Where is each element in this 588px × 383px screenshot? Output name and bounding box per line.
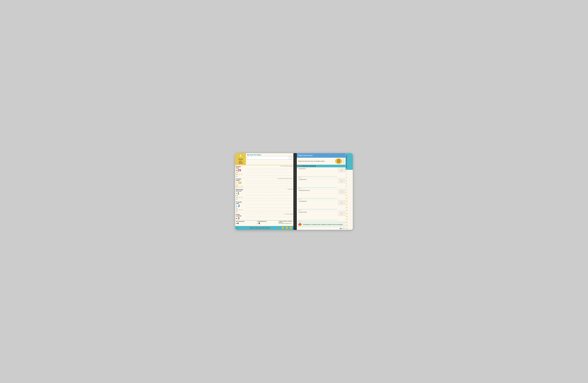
goal-input-line[interactable] (247, 156, 292, 160)
word-row-19: 19. (346, 224, 353, 227)
word-num-8: 8. (346, 192, 349, 193)
day-name-en-wednesday: Wednesday (236, 189, 245, 190)
day-icons-wednesday: ☀️ 🌧️ ⛅ 🌬️ (236, 196, 245, 200)
word-num-9: 9. (346, 195, 349, 196)
indigenous-footer: 🍁 Storytelling is a traditional way Indi… (297, 222, 345, 227)
comment-content-wednesday[interactable]: Wednesday/mercredi Signature (297, 189, 338, 200)
word-num-13: 13. (346, 206, 349, 208)
teacher-note-wednesday: YourTeacherNote (338, 190, 345, 194)
saturday-label: Saturday/samedi (236, 221, 256, 222)
day-lines-tuesday[interactable]: First Martyrs of the Church of Rome (246, 178, 294, 188)
days-container: Monday lundi ■ 29 June ☀️ 🌧️ ⛅ 🌬️ Sts. P… (235, 165, 294, 220)
day-row-tuesday: Tuesday mardi ★ 30 June ☀️ 🌧️ 🌬️ First M… (235, 178, 294, 188)
line (246, 169, 293, 169)
spiral-ring (294, 189, 296, 191)
day-event-wednesday: Canada Day (288, 189, 293, 190)
comment-content-thursday[interactable]: Thursday/jeudi Signature (297, 200, 338, 211)
signature-tuesday: Signature (298, 187, 337, 189)
word-row-18: 18. (346, 221, 353, 224)
day-number-wrap-wednesday: ● 1 (236, 192, 245, 195)
answer-text: Answer: True (343, 158, 344, 164)
day-icons-thursday: ☀️ 🌧️ ⛅ 🌬️ (236, 209, 245, 213)
gospel-label: SUNDAY GOSPEL: MATTHEW 11:25-30 (279, 221, 293, 223)
sunday-number: 5 (259, 222, 260, 225)
sunday-gospel-col: SUNDAY GOSPEL: MATTHEW 11:25-30 14th Sun… (278, 221, 294, 226)
day-row-thursday: Thursday jeudi ▲ 2 July ☀️ 🌧️ ⛅ 🌬️ (235, 201, 294, 213)
left-header: ✝ June juin 2026 My Goal This Week (235, 153, 294, 165)
goal-area: My Goal This Week (246, 153, 294, 165)
spiral-ring (294, 169, 296, 171)
day-row-monday: Monday lundi ■ 29 June ☀️ 🌧️ ⛅ 🌬️ Sts. P… (235, 165, 294, 178)
writing-lines-thursday (246, 201, 293, 213)
sunday-col: Sunday/dimanche ● 5 (257, 221, 278, 226)
word-num-19: 19. (346, 224, 349, 226)
writing-lines-monday (246, 166, 293, 177)
spiral-ring (294, 209, 296, 211)
spiral-ring (294, 184, 296, 186)
signature-monday: Signature (298, 177, 337, 178)
true-or-false-header: TRUE OR FALSE? (297, 153, 345, 158)
spiral-ring (294, 162, 296, 164)
word-line-14 (349, 210, 352, 210)
word-line-13 (349, 207, 352, 207)
day-month-thursday: July (236, 207, 245, 209)
emoji-happy[interactable]: 😊 (281, 226, 284, 229)
spiral-ring (294, 222, 296, 223)
right-bottom-bar: pia 123 (297, 227, 345, 230)
day-number-tuesday: 30 (238, 181, 242, 184)
word-num-20: 20. (346, 227, 349, 229)
day-icons-monday: ☀️ 🌧️ ⛅ 🌬️ (236, 173, 245, 177)
indigenous-text: Storytelling is a traditional way Indige… (303, 224, 343, 225)
spiral-ring (294, 177, 296, 179)
day-number-wrap-friday: ◆ 3 (236, 217, 245, 220)
comment-content-monday[interactable]: Monday/lundi Signature (297, 167, 338, 178)
word-line-7 (349, 189, 352, 189)
signature-wednesday: Signature (298, 198, 337, 200)
spiral (294, 153, 297, 230)
word-num-6: 6. (346, 185, 349, 187)
day-name-en-friday: Friday (236, 214, 245, 215)
word-num-7: 7. (346, 189, 349, 190)
tof-question: People feel bad when they are treated un… (298, 161, 334, 162)
day-lines-monday[interactable]: Sts. Peter and Paul, apostles (246, 165, 294, 178)
comments-area: Monday/lundi Signature YourTeacherNote T… (297, 167, 345, 222)
word-row-10: 10. (346, 197, 353, 200)
sunday-label: Sunday/dimanche (257, 221, 277, 222)
month-name-en: June (238, 158, 243, 160)
signature-friday: Signature (298, 220, 337, 221)
day-event-friday: St. Thomas, apostle (284, 214, 293, 215)
day-lines-friday[interactable]: St. Thomas, apostle (246, 213, 294, 220)
word-row-17: 17. (346, 218, 353, 221)
goal-label: My Goal This Week (247, 154, 292, 156)
word-line-8 (349, 192, 352, 192)
comment-day-thursday: Thursday/jeudi (298, 200, 337, 202)
day-row-friday: Friday vendredi ◆ 3 July ☀️ 🌧️ ⛅ 🌬️ St. … (235, 213, 294, 220)
comment-content-friday[interactable]: Friday/vendredi Signature (297, 211, 338, 222)
day-lines-thursday[interactable] (246, 201, 294, 213)
comment-row-friday: Friday/vendredi Signature YourTeacherNot… (297, 211, 345, 222)
writing-lines-wednesday (246, 189, 293, 200)
left-bottom-bar: 122 Did I do my best this week? 😊 😐 😟 (235, 226, 294, 230)
teacher-note-monday: YourTeacherNote (338, 168, 345, 172)
planner-page: ✝ June juin 2026 My Goal This Week Monda… (235, 153, 353, 230)
spiral-ring (294, 154, 296, 156)
day-number-wednesday: 1 (237, 192, 239, 195)
day-lines-wednesday[interactable]: Canada Day (246, 188, 294, 201)
comment-day-friday: Friday/vendredi (298, 211, 337, 213)
spiral-ring (294, 207, 296, 209)
page-num-left: 122 (236, 227, 238, 229)
word-num-1: 1. (346, 171, 349, 172)
word-row-15: 15. (346, 212, 353, 215)
day-name-en-tuesday: Tuesday (236, 178, 245, 180)
emoji-sad[interactable]: 😟 (289, 226, 292, 229)
spiral-ring (294, 167, 296, 169)
word-num-14: 14. (346, 209, 349, 211)
comment-content-tuesday[interactable]: Tuesday/mardi Signature (297, 178, 338, 189)
emoji-neutral[interactable]: 😐 (285, 226, 288, 229)
spiral-ring (294, 202, 296, 204)
day-icons-tuesday: ☀️ 🌧️ 🌬️ (236, 186, 245, 188)
year: 2026 (238, 162, 243, 164)
spiral-ring (294, 159, 296, 161)
lion-image: 🦁 (335, 158, 342, 164)
goal-checkbox[interactable] (289, 157, 292, 159)
